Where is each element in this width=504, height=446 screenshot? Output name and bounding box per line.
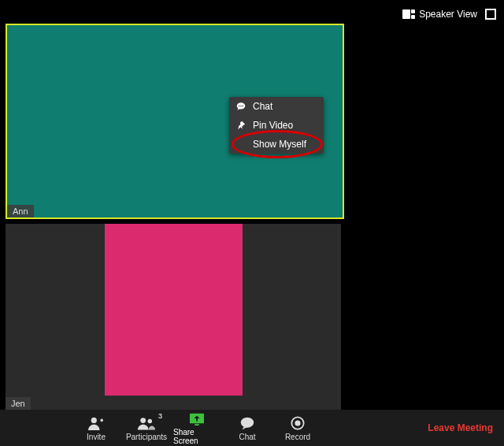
chat-label: Chat <box>239 433 255 441</box>
top-bar: Speaker View <box>395 0 504 28</box>
svg-point-2 <box>240 106 242 107</box>
record-button[interactable]: Record <box>274 411 321 445</box>
speaker-view-toggle[interactable]: Speaker View <box>402 9 477 20</box>
invite-label: Invite <box>87 433 106 441</box>
fullscreen-icon[interactable] <box>485 9 496 20</box>
participants-button[interactable]: 3 Participants <box>123 411 170 445</box>
participants-count: 3 <box>158 412 162 420</box>
participants-icon <box>137 416 156 430</box>
participant-name-badge: Ann <box>7 205 34 217</box>
chat-icon <box>239 416 255 430</box>
share-screen-label: Share Screen <box>173 428 220 445</box>
record-icon <box>291 416 305 430</box>
context-chat[interactable]: Chat <box>229 97 324 116</box>
participant-name-badge: Jen <box>6 397 31 410</box>
svg-rect-8 <box>195 424 198 426</box>
svg-point-11 <box>295 420 300 426</box>
context-chat-label: Chat <box>253 101 272 112</box>
speaker-view-icon <box>402 9 415 19</box>
video-content <box>105 224 243 396</box>
svg-point-9 <box>241 417 254 427</box>
context-pin-label: Pin Video <box>253 120 293 131</box>
video-tile[interactable]: Jen <box>6 224 341 410</box>
share-screen-button[interactable]: Share Screen <box>173 411 220 445</box>
context-pin-video[interactable]: Pin Video <box>229 116 324 135</box>
share-screen-icon <box>188 411 206 426</box>
leave-meeting-button[interactable]: Leave Meeting <box>428 422 493 433</box>
svg-point-6 <box>148 418 152 422</box>
svg-point-1 <box>239 106 240 107</box>
chat-icon <box>235 101 246 112</box>
context-show-myself-label: Show Myself <box>253 139 306 150</box>
speaker-view-label: Speaker View <box>419 9 477 20</box>
record-label: Record <box>285 433 310 441</box>
chat-button[interactable]: Chat <box>224 411 271 445</box>
svg-point-5 <box>140 418 146 423</box>
context-menu: Chat Pin Video Show Myself <box>229 97 324 154</box>
svg-point-3 <box>243 106 244 107</box>
participants-label: Participants <box>126 433 167 441</box>
meeting-toolbar: Invite 3 Participants Share Screen Chat … <box>0 410 504 446</box>
invite-button[interactable]: Invite <box>72 411 120 445</box>
invite-icon <box>87 416 105 430</box>
context-show-myself[interactable]: Show Myself <box>229 135 324 154</box>
pin-icon <box>235 120 246 131</box>
svg-point-4 <box>91 417 97 422</box>
